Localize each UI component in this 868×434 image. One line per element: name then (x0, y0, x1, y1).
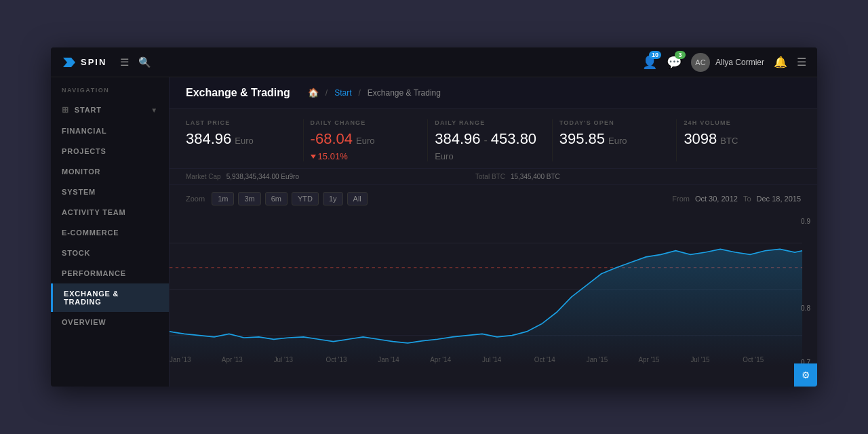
settings-icon: ⚙ (802, 370, 810, 380)
breadcrumb-bar: Exchange & Trading 🏠 / Start / Exchange … (170, 77, 817, 108)
content: Exchange & Trading 🏠 / Start / Exchange … (170, 77, 817, 387)
sidebar-item-label: OVERVIEW (62, 318, 106, 326)
sidebar-item-ecommerce[interactable]: E-COMMERCE (51, 222, 169, 243)
page-title: Exchange & Trading (186, 87, 290, 99)
last-price-number: 384.96 (186, 130, 231, 148)
sidebar-item-system[interactable]: SYSTEM (51, 182, 169, 202)
stat-label-24h-volume: 24H VOLUME (684, 119, 787, 126)
breadcrumb-separator: / (326, 88, 328, 98)
breadcrumb-separator-2: / (359, 88, 361, 98)
hamburger-icon[interactable]: ☰ (120, 56, 129, 68)
logo-text: SPIN (81, 57, 106, 67)
stat-value-last-price: 384.96 Euro (186, 130, 290, 148)
stat-24h-volume: 24H VOLUME 3098 BTC (677, 119, 801, 161)
bell-icon[interactable]: 🔔 (774, 56, 787, 68)
stat-daily-range: DAILY RANGE 384.96 - 453.80 Euro (428, 119, 553, 161)
to-value: Dec 18, 2015 (757, 195, 801, 203)
zoom-6m-button[interactable]: 6m (265, 192, 288, 205)
notifications-badge: 10 (649, 51, 661, 59)
sidebar-item-label: FINANCIAL (62, 127, 106, 135)
stat-label-last-price: LAST PRICE (186, 119, 290, 126)
daily-range-currency: Euro (435, 151, 453, 161)
last-price-currency: Euro (235, 136, 253, 146)
sidebar-item-label: MONITOR (62, 167, 100, 176)
arrow-down-icon (311, 155, 316, 159)
svg-text:Jul '14: Jul '14 (482, 356, 502, 363)
from-label: From (672, 195, 690, 203)
user-info[interactable]: AC Allya Cormier (691, 53, 764, 72)
y-label-08: 0.8 (801, 304, 810, 312)
svg-marker-5 (170, 249, 802, 366)
svg-text:Oct '13: Oct '13 (326, 356, 347, 363)
market-cap-value: 5,938,345,344.00 Eu9ro (226, 173, 299, 180)
zoom-1y-button[interactable]: 1y (323, 192, 343, 205)
zoom-3m-button[interactable]: 3m (238, 192, 260, 205)
breadcrumb-current: Exchange & Trading (368, 88, 441, 98)
svg-text:Jan '13: Jan '13 (170, 356, 191, 363)
todays-open-number: 395.85 (559, 130, 605, 148)
topbar-right: 👤 10 💬 3 AC Allya Cormier 🔔 ☰ (642, 53, 806, 72)
sidebar-item-start[interactable]: ⊞ START ▼ (51, 99, 169, 121)
messages-badge: 3 (675, 51, 686, 59)
sidebar-item-performance[interactable]: PERFORMANCE (51, 263, 169, 283)
sidebar-item-label: SYSTEM (62, 188, 96, 196)
daily-change-pct: 15.01% (311, 151, 348, 161)
sidebar-item-financial[interactable]: FINANCIAL (51, 121, 169, 141)
svg-text:Jan '15: Jan '15 (587, 356, 608, 363)
logo[interactable]: SPIN (62, 55, 106, 70)
search-icon[interactable]: 🔍 (138, 56, 151, 68)
sidebar-item-monitor[interactable]: MONITOR (51, 161, 169, 182)
stat-label-daily-change: DAILY CHANGE (311, 119, 414, 126)
svg-text:Jan '14: Jan '14 (378, 356, 399, 363)
breadcrumb-home-icon[interactable]: 🏠 (308, 87, 319, 98)
sidebar-item-label: E-COMMERCE (62, 229, 119, 237)
zoom-ytd-button[interactable]: YTD (292, 192, 319, 205)
market-cap-stat: Market Cap 5,938,345,344.00 Eu9ro (186, 173, 299, 180)
total-btc-label: Total BTC (475, 173, 505, 180)
svg-text:Apr '15: Apr '15 (639, 356, 660, 363)
daily-change-currency: Euro (356, 136, 374, 146)
sidebar-item-label: PERFORMANCE (62, 269, 126, 277)
sidebar-item-projects[interactable]: PROJECTS (51, 141, 169, 161)
topbar-nav-icons: ☰ 🔍 (120, 56, 151, 68)
sidebar-item-overview[interactable]: OVERVIEW (51, 312, 169, 332)
zoom-1m-button[interactable]: 1m (212, 192, 234, 205)
zoom-all-button[interactable]: All (347, 192, 368, 205)
svg-text:Oct '14: Oct '14 (534, 356, 555, 363)
volume-number: 3098 (684, 130, 717, 148)
sidebar-item-exchange-trading[interactable]: EXCHANGE & TRADING (51, 283, 169, 312)
svg-text:Apr '13: Apr '13 (222, 356, 243, 363)
daily-change-pct-value: 15.01% (318, 151, 348, 161)
chevron-icon: ▼ (151, 106, 158, 114)
svg-text:Jul '13: Jul '13 (274, 356, 294, 363)
svg-marker-0 (63, 58, 75, 67)
stat-value-daily-change: -68.04 Euro 15.01% (311, 130, 414, 161)
total-btc-value: 15,345,400 BTC (511, 173, 560, 180)
sidebar-item-label: START (75, 106, 102, 114)
daily-range-from: 384.96 (435, 130, 480, 148)
breadcrumb-start-link[interactable]: Start (334, 88, 351, 98)
sidebar-item-label: ACTIVITY TEAM (62, 208, 126, 216)
zoom-label: Zoom (186, 195, 205, 203)
stat-value-todays-open: 395.85 Euro (559, 130, 663, 148)
start-icon: ⊞ (62, 105, 69, 115)
stat-last-price: LAST PRICE 384.96 Euro (186, 119, 304, 161)
topbar-more-icon[interactable]: ☰ (797, 56, 806, 68)
sidebar-item-activity-team[interactable]: ACTIVITY TEAM (51, 202, 169, 222)
sub-stats-row: Market Cap 5,938,345,344.00 Eu9ro Total … (170, 169, 817, 185)
stat-value-daily-range: 384.96 - 453.80 Euro (435, 130, 538, 161)
messages-button[interactable]: 💬 3 (667, 55, 682, 70)
stat-todays-open: TODAY'S OPEN 395.85 Euro (553, 119, 677, 161)
chart-range: From Oct 30, 2012 To Dec 18, 2015 (672, 195, 801, 203)
sidebar-nav-label: NAVIGATION (51, 77, 169, 99)
settings-fab-button[interactable]: ⚙ (794, 363, 817, 387)
chart-area: Jan '13 Apr '13 Jul '13 Oct '13 Jan '14 … (170, 212, 817, 387)
notifications-button[interactable]: 👤 10 (642, 55, 657, 70)
main-layout: NAVIGATION ⊞ START ▼ FINANCIAL PROJECTS … (51, 77, 817, 387)
svg-text:Apr '14: Apr '14 (430, 356, 451, 363)
sidebar-item-stock[interactable]: STOCK (51, 243, 169, 263)
sidebar: NAVIGATION ⊞ START ▼ FINANCIAL PROJECTS … (51, 77, 170, 387)
chart-controls: Zoom 1m 3m 6m YTD 1y All From Oct 30, 20… (170, 185, 817, 212)
sidebar-item-label: PROJECTS (62, 147, 106, 155)
daily-change-number: -68.04 (311, 130, 353, 148)
